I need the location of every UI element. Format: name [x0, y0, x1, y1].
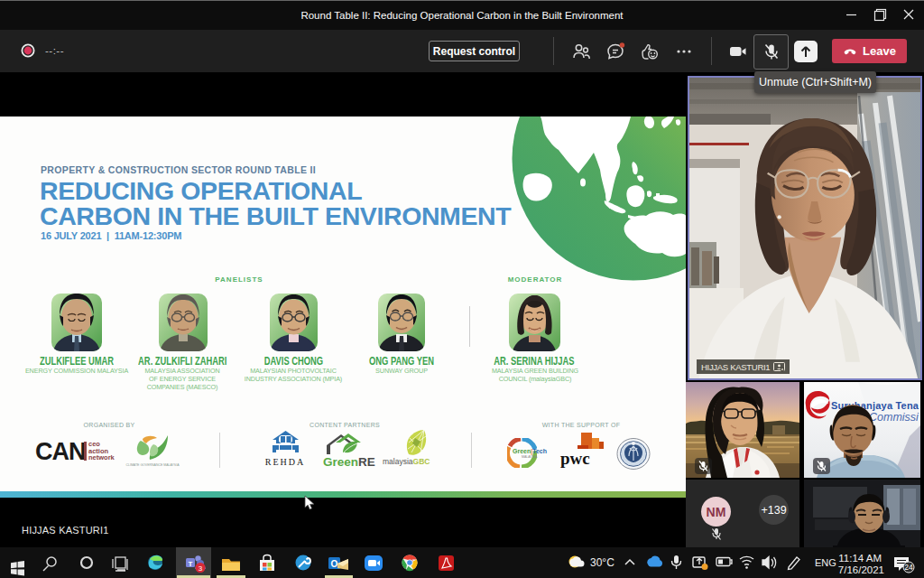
svg-text:T: T — [189, 560, 193, 568]
svg-text:30°C: 30°C — [590, 556, 614, 569]
svg-text:11:14 AM: 11:14 AM — [838, 553, 882, 564]
svg-text:24: 24 — [904, 563, 913, 572]
svg-text:7/16/2021: 7/16/2021 — [838, 564, 884, 575]
svg-text:Commissi: Commissi — [869, 411, 919, 424]
svg-text:O: O — [331, 559, 338, 569]
svg-text:3: 3 — [199, 564, 203, 573]
svg-text:ENG: ENG — [815, 557, 836, 568]
